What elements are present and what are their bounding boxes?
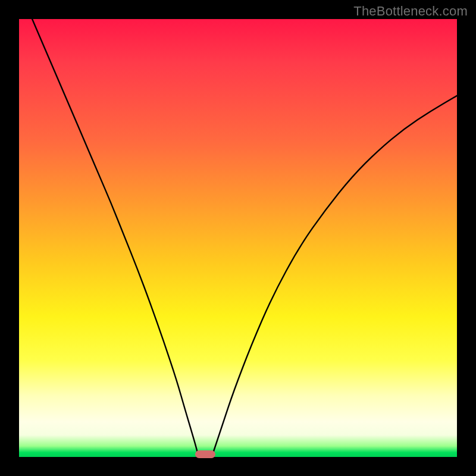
chart-frame: TheBottleneck.com [0, 0, 476, 476]
watermark-text: TheBottleneck.com [353, 4, 468, 19]
bottleneck-curve [19, 19, 457, 457]
chart-plot-area [19, 19, 457, 457]
minimum-marker [195, 450, 215, 458]
curve-left-branch [32, 19, 199, 457]
curve-right-branch [212, 96, 457, 457]
